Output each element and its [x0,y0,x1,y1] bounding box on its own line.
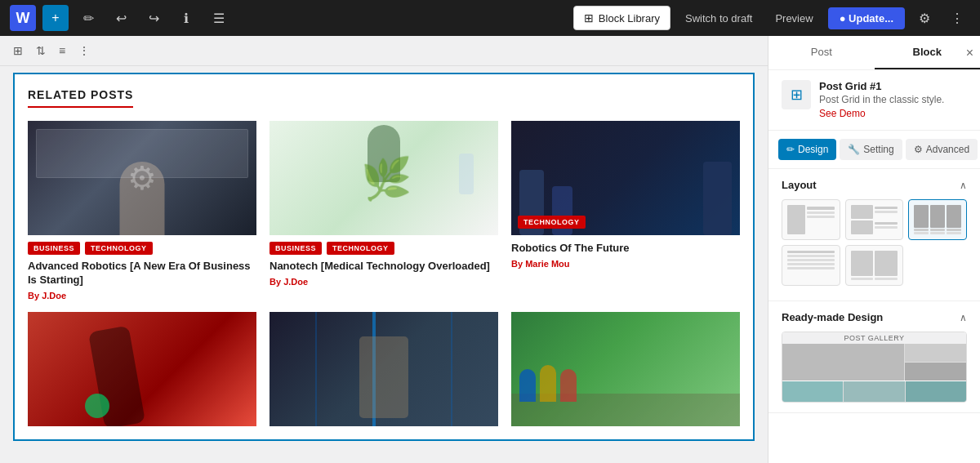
main-toolbar: W + ✏ ↩ ↪ ℹ ☰ ⊞ Block Library Switch to … [0,0,980,36]
tab-post[interactable]: Post [768,36,875,69]
undo-button[interactable]: ↩ [108,5,134,31]
settings-gear-button[interactable]: ⚙ [911,5,938,31]
post-title-2: Nanotech [Medical Technology Overloaded] [270,260,498,274]
setting-icon: 🔧 [848,144,860,155]
layout-options-row2 [782,245,967,286]
pen-button[interactable]: ✏ [75,5,101,31]
block-icon-wrapper: ⊞ [782,80,811,109]
layout-option-5[interactable] [845,245,904,286]
block-arrows-button[interactable]: ⇅ [33,41,49,60]
post-card-5 [270,312,498,426]
design-icon: ✏ [786,144,795,155]
post-card-4 [28,312,256,426]
ready-made-preview[interactable]: POST GALLERY [782,332,967,403]
layout-section-header: Layout ∧ [782,179,967,191]
tag-technology-2[interactable]: TECHNOLOGY [327,242,394,255]
advanced-icon: ⚙ [914,144,923,155]
ready-made-label: POST GALLERY [782,332,966,344]
right-sidebar: Post Block × ⊞ Post Grid #1 Post Grid in… [768,36,980,463]
see-demo-link[interactable]: See Demo [819,108,866,119]
ready-made-chevron-icon: ∧ [960,312,967,323]
block-library-button[interactable]: ⊞ Block Library [573,6,670,30]
design-tab[interactable]: ✏ Design [778,139,836,160]
tag-technology-3[interactable]: TECHNOLOGY [518,216,586,229]
posts-grid-row2 [28,312,740,426]
ready-made-header: Ready-made Design ∧ [782,311,967,323]
tag-business-1[interactable]: BUSINESS [28,242,80,255]
block-hamburger-button[interactable]: ≡ [56,41,69,60]
post-card-2: BUSINESS TECHNOLOGY Nanotech [Medical Te… [270,121,498,301]
post-card-3: TECHNOLOGY Robotics Of The Future By Mar… [511,121,740,301]
layout-option-4[interactable] [782,245,840,286]
panel-tabs: ✏ Design 🔧 Setting ⚙ Advanced [768,131,980,169]
block-grid-icon-button[interactable]: ⊞ [10,41,26,60]
posts-grid: BUSINESS TECHNOLOGY Advanced Robotics [A… [28,121,740,301]
tag-technology-1[interactable]: TECHNOLOGY [85,242,153,255]
tag-business-2[interactable]: BUSINESS [270,242,322,255]
block-info-text: Post Grid #1 Post Grid in the classic st… [819,80,944,120]
tab-block[interactable]: Block [875,36,981,69]
post-tags-2: BUSINESS TECHNOLOGY [270,242,498,255]
preview-button[interactable]: Preview [767,7,821,29]
add-block-button[interactable]: + [42,5,69,31]
post-grid-icon: ⊞ [791,86,803,104]
post-image-2 [270,121,498,235]
block-description: Post Grid in the classic style. [819,94,944,105]
layout-title: Layout [782,179,817,191]
layout-option-2[interactable] [845,199,904,240]
wp-logo[interactable]: W [10,5,36,31]
sidebar-tabs: Post Block × [768,36,980,70]
switch-draft-button[interactable]: Switch to draft [677,7,760,29]
post-author-2: By J.Doe [270,277,498,287]
update-button[interactable]: ● Update... [828,7,905,29]
layout-chevron-icon: ∧ [960,180,967,191]
post-author-1: By J.Doe [28,291,256,301]
block-library-icon: ⊞ [584,11,594,24]
block-info: ⊞ Post Grid #1 Post Grid in the classic … [768,70,980,131]
layout-section: Layout ∧ [768,169,980,301]
redo-button[interactable]: ↪ [140,5,167,31]
post-tags-1: BUSINESS TECHNOLOGY [28,242,256,255]
block-toolbar: ⊞ ⇅ ≡ ⋮ [0,36,768,66]
post-card-1: BUSINESS TECHNOLOGY Advanced Robotics [A… [28,121,256,301]
block-name: Post Grid #1 [819,80,944,92]
post-title-3: Robotics Of The Future [511,242,740,256]
post-image-3: TECHNOLOGY [511,121,740,235]
post-title-1: Advanced Robotics [A New Era Of Business… [28,260,256,287]
info-button[interactable]: ℹ [173,5,199,31]
post-image-6 [511,312,740,426]
post-card-6 [511,312,740,426]
layout-option-1[interactable] [782,199,840,240]
layout-option-3[interactable] [908,199,967,240]
tag-overlay-3: TECHNOLOGY [511,209,592,235]
setting-tab[interactable]: 🔧 Setting [840,139,902,160]
post-grid-block: RELATED POSTS BUSINESS TECHNOLOGY Advanc… [13,73,755,441]
ready-made-title: Ready-made Design [782,311,883,323]
list-view-button[interactable]: ☰ [206,5,232,31]
content-area: ⊞ ⇅ ≡ ⋮ RELATED POSTS BUSINESS [0,36,980,463]
block-dots-button[interactable]: ⋮ [75,41,93,60]
section-title: RELATED POSTS [28,88,133,108]
sidebar-close-button[interactable]: × [966,46,973,60]
layout-options-row1 [782,199,967,240]
more-options-button[interactable]: ⋮ [944,5,970,31]
post-image-5 [270,312,498,426]
post-image-4 [28,312,256,426]
editor-area: ⊞ ⇅ ≡ ⋮ RELATED POSTS BUSINESS [0,36,768,463]
post-author-3: By Marie Mou [511,259,740,269]
post-image-1 [28,121,256,235]
advanced-tab[interactable]: ⚙ Advanced [906,139,978,160]
ready-made-section: Ready-made Design ∧ POST GALLERY [768,301,980,413]
